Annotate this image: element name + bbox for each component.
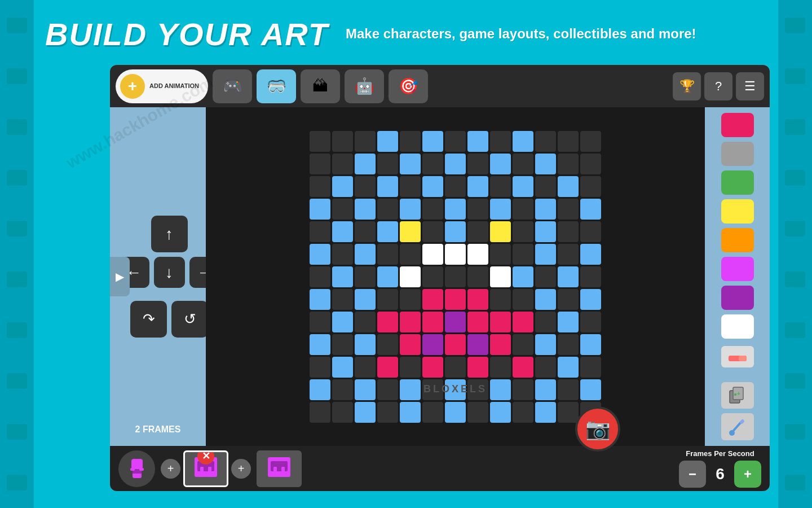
pixel-cell[interactable]: [558, 334, 579, 355]
pixel-cell[interactable]: [558, 199, 579, 220]
color-white[interactable]: [721, 314, 754, 339]
camera-button[interactable]: 📷: [575, 406, 620, 452]
pixel-cell[interactable]: [490, 289, 511, 310]
pixel-cell[interactable]: [377, 357, 398, 378]
pixel-cell[interactable]: [535, 176, 556, 197]
pixel-cell[interactable]: [332, 244, 353, 265]
pixel-cell[interactable]: [535, 379, 556, 400]
pixel-cell[interactable]: [513, 334, 533, 355]
pixel-cell[interactable]: [513, 221, 533, 242]
pixel-cell[interactable]: [445, 357, 466, 378]
pixel-cell[interactable]: [558, 357, 579, 378]
pixel-cell[interactable]: [467, 244, 488, 265]
fps-increase-button[interactable]: +: [734, 461, 761, 488]
pixel-cell[interactable]: [490, 334, 511, 355]
pixel-cell[interactable]: [422, 266, 443, 287]
pixel-cell[interactable]: [355, 131, 376, 152]
help-button[interactable]: ?: [704, 72, 732, 100]
pixel-cell[interactable]: [580, 199, 601, 220]
pixel-cell[interactable]: [377, 334, 398, 355]
pixel-cell[interactable]: [445, 289, 466, 310]
pixel-cell[interactable]: [355, 379, 376, 400]
pixel-cell[interactable]: [400, 289, 421, 310]
pixel-cell[interactable]: [310, 154, 330, 174]
fps-decrease-button[interactable]: −: [679, 461, 706, 488]
pixel-cell[interactable]: [332, 357, 353, 378]
menu-button[interactable]: ☰: [736, 72, 764, 100]
pixel-cell[interactable]: [355, 199, 376, 220]
pixel-cell[interactable]: [422, 176, 443, 197]
pixel-cell[interactable]: [422, 379, 443, 400]
pixel-cell[interactable]: [377, 312, 398, 332]
pixel-cell[interactable]: [377, 244, 398, 265]
pixel-cell[interactable]: [467, 131, 488, 152]
add-animation-button[interactable]: + ADD ANIMATION: [116, 69, 208, 103]
pixel-cell[interactable]: [422, 244, 443, 265]
pixel-cell[interactable]: [377, 266, 398, 287]
pixel-cell[interactable]: [400, 334, 421, 355]
eraser-tool[interactable]: [721, 346, 754, 367]
pixel-cell[interactable]: [490, 199, 511, 220]
pixel-cell[interactable]: [332, 266, 353, 287]
pixel-cell[interactable]: [513, 244, 533, 265]
pixel-cell[interactable]: [310, 402, 330, 423]
copy-paste-tool[interactable]: +: [721, 382, 754, 409]
pixel-cell[interactable]: [377, 402, 398, 423]
pixel-cell[interactable]: [310, 357, 330, 378]
color-purple[interactable]: [721, 286, 754, 310]
pixel-cell[interactable]: [580, 289, 601, 310]
pixel-cell[interactable]: [355, 289, 376, 310]
pixel-cell[interactable]: [445, 379, 466, 400]
pixel-cell[interactable]: [400, 312, 421, 332]
pixel-cell[interactable]: [580, 176, 601, 197]
pixel-cell[interactable]: [580, 334, 601, 355]
pixel-cell[interactable]: [422, 199, 443, 220]
pixel-cell[interactable]: [400, 244, 421, 265]
pixel-cell[interactable]: [422, 334, 443, 355]
pixel-cell[interactable]: [535, 154, 556, 174]
pixel-cell[interactable]: [332, 334, 353, 355]
pixel-cell[interactable]: [445, 244, 466, 265]
pixel-cell[interactable]: [558, 176, 579, 197]
pixel-cell[interactable]: [422, 154, 443, 174]
pixel-cell[interactable]: [535, 244, 556, 265]
pixel-cell[interactable]: [535, 312, 556, 332]
pixel-cell[interactable]: [400, 176, 421, 197]
pixel-cell[interactable]: [445, 402, 466, 423]
color-gray[interactable]: [721, 142, 754, 166]
pixel-cell[interactable]: [558, 312, 579, 332]
collapse-button[interactable]: ▶: [110, 257, 130, 296]
pixel-cell[interactable]: [445, 221, 466, 242]
pixel-cell[interactable]: [535, 289, 556, 310]
pixel-cell[interactable]: [377, 221, 398, 242]
pixel-cell[interactable]: [513, 131, 533, 152]
pixel-cell[interactable]: [400, 402, 421, 423]
pixel-cell[interactable]: [377, 199, 398, 220]
pixel-cell[interactable]: [513, 154, 533, 174]
pixel-cell[interactable]: [558, 221, 579, 242]
pixel-cell[interactable]: [467, 357, 488, 378]
pixel-cell[interactable]: [332, 221, 353, 242]
toolbar-landscape-button[interactable]: 🏔: [301, 69, 340, 103]
pixel-cell[interactable]: [467, 266, 488, 287]
pixel-cell[interactable]: [355, 357, 376, 378]
pixel-cell[interactable]: [445, 312, 466, 332]
pixel-cell[interactable]: [332, 154, 353, 174]
arrow-down-button[interactable]: ↓: [154, 257, 185, 288]
pixel-cell[interactable]: [377, 131, 398, 152]
pixel-cell[interactable]: [490, 312, 511, 332]
pixel-cell[interactable]: [513, 402, 533, 423]
pixel-cell[interactable]: [580, 312, 601, 332]
pixel-cell[interactable]: [310, 289, 330, 310]
frame-add-right-button[interactable]: +: [231, 459, 251, 479]
pixel-cell[interactable]: [535, 199, 556, 220]
pixel-cell[interactable]: [490, 402, 511, 423]
pixel-cell[interactable]: [467, 221, 488, 242]
pixel-cell[interactable]: [535, 334, 556, 355]
color-orange[interactable]: [721, 228, 754, 252]
pixel-cell[interactable]: [580, 221, 601, 242]
pixel-cell[interactable]: [332, 289, 353, 310]
pixel-cell[interactable]: [355, 244, 376, 265]
pixel-cell[interactable]: [513, 312, 533, 332]
pixel-cell[interactable]: [445, 131, 466, 152]
